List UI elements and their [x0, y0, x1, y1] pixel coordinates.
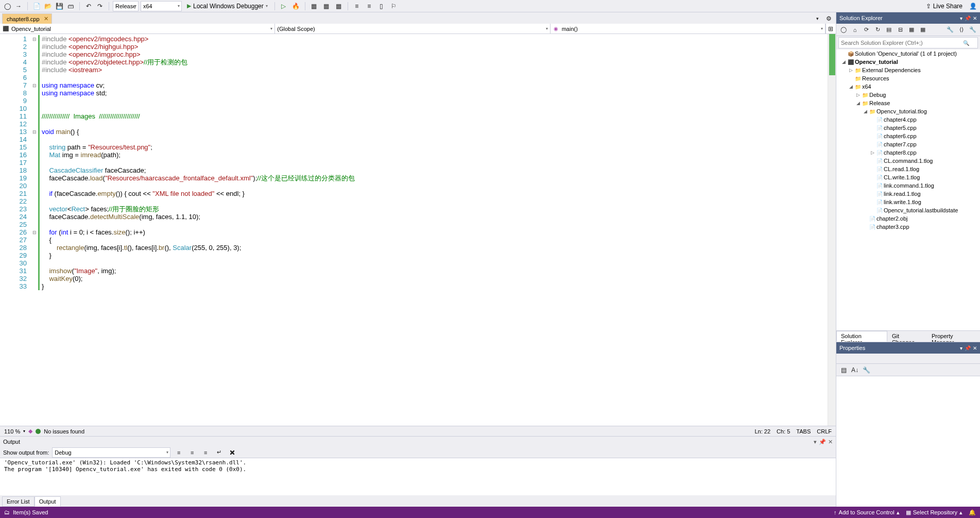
overview-ruler[interactable]	[828, 34, 836, 426]
code-line[interactable]: }	[38, 282, 828, 290]
fold-toggle[interactable]: ⊟	[31, 128, 38, 136]
code-body[interactable]: #include <opencv2/imgcodecs.hpp>#include…	[38, 34, 828, 426]
collapse-icon[interactable]: ⊟	[895, 25, 905, 35]
hot-reload-icon[interactable]: 🔥	[291, 1, 301, 11]
clear-icon[interactable]: 🗙	[227, 447, 237, 458]
code-line[interactable]	[38, 74, 828, 81]
expand-icon[interactable]: ◢	[862, 109, 868, 114]
expand-icon[interactable]: ◢	[848, 84, 854, 89]
code-line[interactable]: }	[38, 252, 828, 259]
wrench-icon[interactable]: 🔧	[861, 365, 871, 375]
tool-icon[interactable]: ▦	[321, 1, 332, 11]
tab-solution-explorer[interactable]: Solution Explorer	[836, 331, 887, 342]
new-item-icon[interactable]: 📄	[31, 1, 42, 11]
select-repo-button[interactable]: ▦ Select Repository ▴	[906, 509, 962, 516]
tree-item[interactable]: ▷📁External Dependencies	[836, 66, 980, 74]
expand-icon[interactable]: ▷	[855, 92, 861, 97]
home-icon[interactable]: ⌂	[850, 25, 860, 35]
file-tab-active[interactable]: chapter8.cpp ✕	[2, 13, 52, 24]
code-line[interactable]: void main() {	[38, 128, 828, 136]
pin-icon[interactable]: 📌	[965, 345, 971, 351]
code-line[interactable]: for (int i = 0; i < faces.size(); i++)	[38, 228, 828, 236]
expand-icon[interactable]: ◢	[855, 101, 861, 106]
tree-item[interactable]: 📄chapter5.cpp	[836, 124, 980, 132]
tree-item[interactable]: 📄link.write.1.tlog	[836, 198, 980, 206]
code-line[interactable]: if (faceCascade.empty()) { cout << "XML …	[38, 190, 828, 197]
code-line[interactable]	[38, 221, 828, 228]
code-line[interactable]: imshow("Image", img);	[38, 267, 828, 275]
code-line[interactable]: vector<Rect> faces;//用于圈脸的矩形	[38, 205, 828, 213]
fold-toggle[interactable]: ⊟	[31, 81, 38, 89]
zoom-chevron-icon[interactable]: ▾	[23, 429, 25, 433]
code-line[interactable]: CascadeClassifier faceCascade;	[38, 166, 828, 174]
back-icon[interactable]: ◯	[838, 25, 849, 35]
platform-combo[interactable]: x64	[141, 1, 182, 11]
code-line[interactable]: using namespace cv;	[38, 81, 828, 89]
code-line[interactable]	[38, 159, 828, 166]
dropdown-icon[interactable]: ▾	[812, 13, 822, 24]
tree-item[interactable]: ◢📁Release	[836, 99, 980, 107]
tree-item[interactable]: 📄CL.write.1.tlog	[836, 173, 980, 181]
tool-icon[interactable]: ≡	[200, 447, 211, 458]
outdent-icon[interactable]: ≡	[364, 1, 374, 11]
gear-icon[interactable]: ⚙	[823, 13, 834, 24]
code-line[interactable]: using namespace std;	[38, 89, 828, 97]
properties-object-combo[interactable]	[836, 354, 980, 364]
live-share-button[interactable]: ⇪ Live Share	[923, 3, 966, 10]
code-line[interactable]: #include <opencv2/highgui.hpp>	[38, 43, 828, 51]
code-line[interactable]: Mat img = imread(path);	[38, 151, 828, 159]
code-line[interactable]	[38, 182, 828, 190]
line-ending[interactable]: CRLF	[817, 428, 832, 435]
filter-icon[interactable]: ▤	[884, 25, 894, 35]
notification-icon[interactable]: 🔔	[969, 509, 976, 516]
tool-icon[interactable]: ▦	[334, 1, 344, 11]
tree-item[interactable]: 📄chapter6.cpp	[836, 132, 980, 140]
tab-property-manager[interactable]: Property Manager	[927, 331, 980, 342]
tree-item[interactable]: 📁Resources	[836, 74, 980, 82]
function-combo[interactable]: ◉ main()	[551, 24, 826, 34]
code-line[interactable]	[38, 136, 828, 143]
code-line[interactable]	[38, 120, 828, 128]
redo-icon[interactable]: ↷	[95, 1, 105, 11]
close-icon[interactable]: ✕	[828, 439, 833, 445]
tree-item[interactable]: 📄link.command.1.tlog	[836, 181, 980, 190]
code-line[interactable]: #include <opencv2/imgcodecs.hpp>	[38, 35, 828, 43]
config-combo[interactable]: Release	[113, 1, 139, 11]
wrap-icon[interactable]: ↵	[214, 447, 224, 458]
zoom-value[interactable]: 110 %	[4, 428, 20, 435]
fold-toggle[interactable]: ⊟	[31, 35, 38, 43]
bookmark-icon[interactable]: ⚐	[389, 1, 399, 11]
preview-icon[interactable]: ▦	[918, 25, 928, 35]
alphabetical-icon[interactable]: A↓	[850, 365, 860, 375]
dropdown-icon[interactable]: ▾	[814, 439, 817, 445]
show-all-icon[interactable]: ▦	[906, 25, 917, 35]
tree-item[interactable]: ▷📄chapter8.cpp	[836, 148, 980, 157]
output-source-combo[interactable]: Debug	[52, 447, 170, 458]
code-line[interactable]: waitKey(0);	[38, 275, 828, 282]
code-line[interactable]: /////////////// Images /////////////////…	[38, 112, 828, 120]
output-body[interactable]: 'Opencv_tutorial.exe' (Win32): Loaded 'C…	[0, 458, 836, 495]
code-line[interactable]: rectangle(img, faces[i].tl(), faces[i].b…	[38, 244, 828, 252]
tab-error-list[interactable]: Error List	[2, 496, 35, 507]
tree-item[interactable]: 📄chapter7.cpp	[836, 140, 980, 148]
tabs-mode[interactable]: TABS	[796, 428, 811, 435]
fold-toggle[interactable]: ⊟	[31, 228, 38, 236]
code-line[interactable]: #include <iostream>	[38, 66, 828, 74]
dropdown-icon[interactable]: ▾	[960, 345, 962, 351]
health-icon[interactable]: ◆	[28, 428, 32, 435]
project-combo[interactable]: ⬛ Opencv_tutorial	[0, 24, 275, 34]
expand-icon[interactable]: ▷	[848, 68, 854, 73]
sync-icon[interactable]: ⟳	[861, 25, 871, 35]
split-icon[interactable]: ⊞	[826, 24, 836, 34]
dropdown-icon[interactable]: ▾	[960, 15, 962, 21]
tab-output[interactable]: Output	[35, 496, 61, 507]
open-file-icon[interactable]: 📂	[43, 1, 53, 11]
tree-item[interactable]: 📄link.read.1.tlog	[836, 190, 980, 198]
save-all-icon[interactable]: 🗃	[65, 1, 76, 11]
tree-item[interactable]: 📄CL.read.1.tlog	[836, 165, 980, 173]
tree-item[interactable]: ◢📁Opencv_tutorial.tlog	[836, 107, 980, 115]
account-icon[interactable]: 👤	[968, 1, 978, 11]
tool-icon[interactable]: ≡	[174, 447, 184, 458]
code-line[interactable]	[38, 105, 828, 112]
tree-item[interactable]: ◢⬛Opencv_tutorial	[836, 58, 980, 66]
